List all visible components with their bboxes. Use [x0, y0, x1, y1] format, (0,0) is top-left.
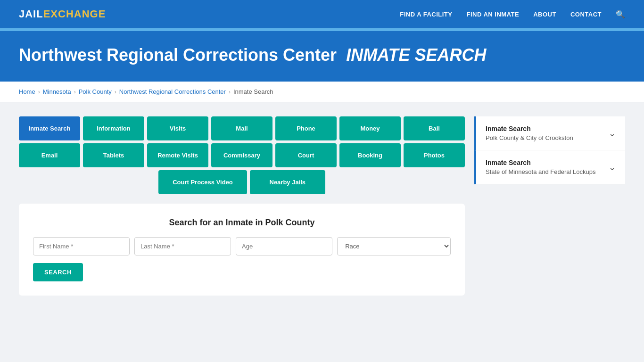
race-select[interactable]: Race White Black Hispanic Asian Other: [337, 237, 451, 255]
search-button[interactable]: SEARCH: [33, 263, 83, 281]
breadcrumb-minnesota[interactable]: Minnesota: [43, 88, 71, 95]
hero-banner: Northwest Regional Corrections Center IN…: [0, 30, 644, 82]
breadcrumb-home[interactable]: Home: [19, 88, 35, 95]
nav-contact[interactable]: CONTACT: [570, 11, 602, 18]
sidebar-card-1-content: Inmate Search Polk County & City of Croo…: [486, 125, 573, 141]
btn-commissary[interactable]: Commissary: [211, 143, 272, 167]
nav-find-facility[interactable]: FIND A FACILITY: [400, 11, 452, 18]
search-fields: Race White Black Hispanic Asian Other: [33, 237, 451, 255]
btn-email[interactable]: Email: [19, 143, 80, 167]
breadcrumb-current: Inmate Search: [233, 88, 273, 95]
btn-inmate-search[interactable]: Inmate Search: [19, 116, 80, 140]
sidebar-card-2-subtitle: State of Minnesota and Federal Lockups: [486, 168, 595, 175]
sidebar-card-1[interactable]: Inmate Search Polk County & City of Croo…: [474, 116, 625, 150]
first-name-input[interactable]: [33, 237, 130, 255]
search-form-title: Search for an Inmate in Polk County: [33, 218, 451, 228]
btn-phone[interactable]: Phone: [275, 116, 337, 140]
sidebar-card-2-title: Inmate Search: [486, 159, 595, 166]
nav-buttons-row1: Inmate Search Information Visits Mail Ph…: [19, 116, 465, 140]
page-title: Northwest Regional Corrections Center IN…: [19, 45, 625, 65]
breadcrumb-facility[interactable]: Northwest Regional Corrections Center: [119, 88, 226, 95]
btn-tablets[interactable]: Tablets: [83, 143, 144, 167]
sidebar-card-2[interactable]: Inmate Search State of Minnesota and Fed…: [474, 150, 625, 184]
logo-jail: JAIL: [19, 8, 43, 20]
search-form-card: Search for an Inmate in Polk County Race…: [19, 204, 465, 296]
nav-buttons-row2: Email Tablets Remote Visits Commissary C…: [19, 143, 465, 167]
search-icon[interactable]: 🔍: [616, 10, 625, 19]
btn-photos[interactable]: Photos: [404, 143, 465, 167]
btn-court-process-video[interactable]: Court Process Video: [158, 170, 247, 194]
breadcrumb-sep-2: ›: [74, 89, 76, 95]
chevron-down-icon-1: ⌄: [609, 128, 616, 139]
btn-money[interactable]: Money: [339, 116, 401, 140]
last-name-input[interactable]: [134, 237, 231, 255]
breadcrumb-polk-county[interactable]: Polk County: [79, 88, 112, 95]
btn-nearby-jails[interactable]: Nearby Jails: [250, 170, 325, 194]
main-nav: FIND A FACILITY FIND AN INMATE ABOUT CON…: [400, 10, 625, 19]
sidebar-card-2-content: Inmate Search State of Minnesota and Fed…: [486, 159, 595, 175]
age-input[interactable]: [236, 237, 332, 255]
right-sidebar: Inmate Search Polk County & City of Croo…: [474, 116, 625, 296]
breadcrumb-sep-1: ›: [38, 89, 40, 95]
btn-information[interactable]: Information: [83, 116, 144, 140]
sidebar-card-1-title: Inmate Search: [486, 125, 573, 132]
btn-court[interactable]: Court: [275, 143, 337, 167]
main-content: Inmate Search Information Visits Mail Ph…: [0, 102, 644, 310]
site-logo[interactable]: JAILEXCHANGE: [19, 8, 106, 20]
breadcrumb: Home › Minnesota › Polk County › Northwe…: [0, 82, 644, 102]
btn-visits[interactable]: Visits: [147, 116, 208, 140]
btn-mail[interactable]: Mail: [211, 116, 272, 140]
btn-booking[interactable]: Booking: [339, 143, 401, 167]
page-title-italic: INMATE SEARCH: [346, 45, 486, 65]
page-title-main: Northwest Regional Corrections Center: [19, 45, 337, 65]
nav-find-inmate[interactable]: FIND AN INMATE: [466, 11, 519, 18]
chevron-down-icon-2: ⌄: [609, 162, 616, 173]
site-header: JAILEXCHANGE FIND A FACILITY FIND AN INM…: [0, 0, 644, 28]
nav-about[interactable]: ABOUT: [533, 11, 556, 18]
sidebar-card-1-subtitle: Polk County & City of Crookston: [486, 134, 573, 141]
breadcrumb-sep-3: ›: [115, 89, 116, 95]
left-panel: Inmate Search Information Visits Mail Ph…: [19, 116, 465, 296]
btn-bail[interactable]: Bail: [404, 116, 465, 140]
btn-remote-visits[interactable]: Remote Visits: [147, 143, 208, 167]
nav-buttons-row3: Court Process Video Nearby Jails: [19, 170, 465, 194]
breadcrumb-sep-4: ›: [229, 89, 231, 95]
logo-exchange: EXCHANGE: [43, 8, 106, 20]
